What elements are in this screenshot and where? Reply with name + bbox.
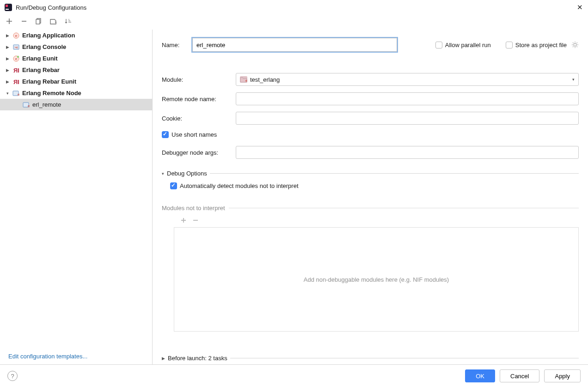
svg-rect-2 bbox=[6, 9, 9, 10]
tree-item-erlang-rebar[interactable]: ▶ ЯI Erlang Rebar bbox=[0, 64, 152, 76]
remote-node-icon: e bbox=[22, 101, 31, 109]
tree-item-erlang-eunit[interactable]: ▶ e Erlang Eunit bbox=[0, 53, 152, 64]
copy-config-button[interactable] bbox=[34, 17, 43, 26]
chevron-right-icon: ▶ bbox=[162, 356, 165, 361]
name-input[interactable] bbox=[192, 38, 397, 52]
svg-rect-1 bbox=[6, 5, 8, 7]
chevron-right-icon: ▶ bbox=[5, 33, 10, 38]
intellij-icon bbox=[5, 4, 12, 11]
config-form: Name: Allow parallel run Store as projec… bbox=[153, 30, 588, 364]
chevron-down-icon: ▾ bbox=[162, 171, 164, 176]
cookie-label: Cookie: bbox=[162, 115, 236, 122]
remote-node-label: Remote node name: bbox=[162, 96, 236, 103]
module-icon: e bbox=[240, 76, 247, 83]
svg-text:e: e bbox=[18, 92, 20, 97]
svg-line-24 bbox=[577, 47, 578, 48]
cancel-button[interactable]: Cancel bbox=[500, 369, 539, 382]
store-as-project-checkbox[interactable]: Store as project file bbox=[506, 42, 567, 48]
svg-text:ЯI: ЯI bbox=[13, 79, 19, 85]
remote-node-icon: e bbox=[12, 90, 20, 97]
tree-item-erl-remote[interactable]: e erl_remote bbox=[0, 99, 152, 110]
remove-module-button[interactable] bbox=[192, 217, 199, 224]
config-tree-sidebar: ▶ e Erlang Application ▶ >e Erlang Conso… bbox=[0, 30, 153, 364]
svg-text:e: e bbox=[15, 34, 18, 38]
config-tree: ▶ e Erlang Application ▶ >e Erlang Conso… bbox=[0, 30, 152, 348]
module-label: Module: bbox=[162, 76, 236, 83]
add-config-button[interactable] bbox=[5, 17, 14, 26]
add-module-button[interactable] bbox=[180, 217, 187, 224]
rebar-icon: ЯI bbox=[12, 78, 20, 85]
modules-not-interpret-label: Modules not to interpret bbox=[162, 205, 579, 212]
module-select[interactable]: e test_erlang ▾ bbox=[236, 73, 579, 86]
svg-line-26 bbox=[577, 42, 578, 43]
svg-point-10 bbox=[17, 55, 19, 57]
erlang-app-icon: e bbox=[12, 32, 20, 39]
svg-point-18 bbox=[574, 43, 576, 46]
svg-text:e: e bbox=[28, 104, 30, 108]
help-icon[interactable]: ? bbox=[7, 371, 18, 381]
config-toolbar bbox=[0, 15, 588, 30]
rebar-icon: ЯI bbox=[12, 67, 20, 74]
svg-line-25 bbox=[573, 47, 574, 48]
edit-templates-link[interactable]: Edit configuration templates... bbox=[0, 348, 152, 364]
debugger-args-input[interactable] bbox=[236, 146, 579, 159]
dialog-footer: ? OK Cancel Apply bbox=[0, 364, 588, 387]
auto-detect-checkbox[interactable]: Automatically detect modules not to inte… bbox=[170, 182, 299, 189]
tree-item-erlang-application[interactable]: ▶ e Erlang Application bbox=[0, 30, 152, 41]
erlang-eunit-icon: e bbox=[12, 55, 20, 62]
svg-text:e: e bbox=[15, 57, 18, 61]
use-short-names-checkbox[interactable]: Use short names bbox=[162, 131, 217, 138]
title-bar: Run/Debug Configurations ✕ bbox=[0, 0, 588, 15]
debug-options-section[interactable]: ▾ Debug Options bbox=[162, 170, 579, 177]
close-icon[interactable]: ✕ bbox=[576, 3, 583, 12]
svg-rect-4 bbox=[36, 19, 40, 24]
sort-button[interactable] bbox=[64, 17, 73, 26]
erlang-console-icon: >e bbox=[12, 43, 20, 51]
tree-item-erlang-rebar-eunit[interactable]: ▶ ЯI Erlang Rebar Eunit bbox=[0, 76, 152, 87]
save-config-button[interactable] bbox=[49, 17, 58, 26]
chevron-down-icon: ▾ bbox=[5, 91, 10, 96]
gear-icon[interactable] bbox=[571, 41, 579, 48]
svg-text:e: e bbox=[245, 79, 247, 82]
chevron-right-icon: ▶ bbox=[5, 45, 10, 49]
window-title: Run/Debug Configurations bbox=[16, 4, 576, 11]
name-label: Name: bbox=[162, 42, 190, 48]
apply-button[interactable]: Apply bbox=[544, 369, 581, 382]
tree-item-erlang-console[interactable]: ▶ >e Erlang Console bbox=[0, 41, 152, 53]
modules-drop-area[interactable]: Add non-debuggable modules here (e.g. NI… bbox=[174, 227, 579, 332]
chevron-right-icon: ▶ bbox=[5, 56, 10, 61]
chevron-right-icon: ▶ bbox=[5, 68, 10, 73]
tree-item-erlang-remote-node[interactable]: ▾ e Erlang Remote Node bbox=[0, 87, 152, 99]
allow-parallel-checkbox[interactable]: Allow parallel run bbox=[435, 42, 491, 48]
svg-line-23 bbox=[573, 42, 574, 43]
debugger-args-label: Debugger node args: bbox=[162, 149, 236, 156]
chevron-down-icon: ▾ bbox=[572, 77, 575, 82]
svg-text:ЯI: ЯI bbox=[13, 67, 19, 73]
ok-button[interactable]: OK bbox=[465, 369, 495, 382]
before-launch-section[interactable]: ▶ Before launch: 2 tasks bbox=[162, 355, 579, 362]
chevron-right-icon: ▶ bbox=[5, 79, 10, 84]
remove-config-button[interactable] bbox=[19, 17, 29, 26]
cookie-input[interactable] bbox=[236, 112, 579, 125]
remote-node-input[interactable] bbox=[236, 92, 579, 105]
svg-text:>e: >e bbox=[14, 46, 18, 49]
